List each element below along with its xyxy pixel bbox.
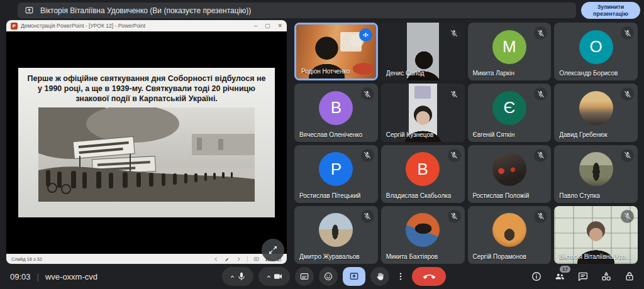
host-controls-button[interactable] [624,271,635,282]
participant-tile[interactable]: Микита Бахтіяров [381,206,465,264]
participant-name: Дмитро Журавальов [299,253,360,260]
end-call-button[interactable] [412,267,446,286]
maximize-icon[interactable]: ▢ [265,23,270,29]
clock: 09:03 [10,272,31,281]
info-divider: | [37,272,39,281]
meeting-utils: 17 [531,264,635,289]
mic-icon [236,271,247,281]
mic-muted-icon [621,149,634,162]
slide-photo [38,107,255,202]
camera-options-chevron-icon[interactable] [265,273,272,280]
presenter-title: Вікторія Віталіївна Удовиченко (Ви (пока… [40,6,251,15]
avatar: В [406,152,440,186]
powerpoint-window-title: Демонстрація PowerPoint - [УРОК 12] - Po… [21,23,251,29]
avatar [492,213,526,247]
camera-icon [273,271,283,281]
participant-tile[interactable]: Є Євгеній Сяткін [468,84,552,141]
reactions-button[interactable] [319,267,338,286]
statusbar-divider [247,256,248,262]
meeting-code: wve-oxxm-cvd [45,272,97,281]
avatar [492,152,526,186]
info-icon [531,271,542,282]
meeting-details-button[interactable] [531,271,542,282]
participant-tile[interactable]: Родіон Нотченко [294,23,378,80]
avatar: О [579,30,613,64]
lock-icon [624,271,635,282]
powerpoint-statusbar: Слайд 16 з 32 [6,254,287,264]
call-controls [222,267,446,286]
previous-slide-icon[interactable] [213,256,219,262]
mic-muted-icon [621,210,634,223]
mic-muted-icon [448,87,461,101]
avatar: Є [492,91,526,125]
participant-name: Микита Бахтіяров [386,253,438,260]
participant-name: Владислав Скабьолка [386,192,452,199]
participants-button[interactable]: 17 [554,271,565,282]
participant-tile[interactable]: Вікторія Віталіївна Удовиченко [554,206,638,264]
more-options-button[interactable] [394,267,407,286]
participant-tile[interactable]: М Микита Ларкін [468,23,552,80]
slideshow-icon[interactable] [253,256,259,262]
participant-tile[interactable]: В Владислав Скабьолка [381,145,465,203]
stop-presentation-button[interactable]: Зупинити презентацію [581,2,640,19]
mic-muted-icon [448,210,461,223]
participant-tile[interactable]: Дмитро Журавальов [294,206,378,264]
chat-button[interactable] [577,271,589,282]
presentation-banner: Вікторія Віталіївна Удовиченко (Ви (пока… [18,3,576,18]
slide-counter: Слайд 16 з 32 [11,256,42,262]
participant-name: Денис Солод [386,70,425,77]
minimize-icon[interactable]: – [254,23,257,29]
hand-icon [375,271,385,281]
participant-tile[interactable]: Сергій Порамонов [468,206,552,264]
participant-name: Вікторія Віталіївна Удовиченко [559,253,633,260]
participant-tile[interactable]: О Олександр Борисов [554,23,638,80]
expand-presentation-button[interactable] [262,239,284,261]
emoji-icon [323,271,333,281]
powerpoint-icon: P [11,23,18,30]
camera-button[interactable] [258,267,290,286]
activities-button[interactable] [601,271,612,282]
participant-tile[interactable]: В Вячеслав Оленіченко [294,84,378,141]
participant-name: Ростислав Положій [473,192,530,199]
mic-muted-icon [361,87,374,101]
avatar [579,91,613,125]
participant-name: Олександр Борисов [559,70,618,77]
captions-icon [299,271,309,281]
participant-name: Микита Ларкін [473,70,515,77]
mic-muted-icon [534,149,547,162]
avatar: М [492,30,526,64]
participant-name: Вячеслав Оленіченко [299,131,362,138]
participant-tile[interactable]: Сергій Кузнецов [381,84,465,141]
avatar: В [319,91,353,125]
shared-screen: P Демонстрація PowerPoint - [УРОК 12] - … [6,20,287,264]
slide: Перше ж офіційне святкування дня Соборно… [18,68,275,217]
participants-grid: Родіон Нотченко Денис Солод М [294,23,638,264]
raise-hand-button[interactable] [370,267,389,286]
participant-tile[interactable]: Павло Ступка [554,145,638,203]
participant-tile[interactable]: Давид Гребенюк [554,84,638,141]
mic-button[interactable] [222,267,253,286]
chat-icon [577,271,589,282]
participant-tile[interactable]: Р Ростислав Пітецький [294,145,378,203]
expand-icon [268,245,278,255]
close-icon[interactable]: ✕ [277,23,282,29]
next-slide-icon[interactable] [236,256,242,262]
mic-muted-icon [361,149,374,162]
participant-tile[interactable]: Денис Солод [381,23,465,80]
participant-name: Євгеній Сяткін [473,131,515,138]
participant-name: Родіон Нотченко [301,68,350,75]
audio-indicator-icon [359,28,372,41]
captions-button[interactable] [295,267,314,286]
mic-muted-icon [621,26,634,40]
bottom-bar: 09:03 | wve-oxxm-cvd [0,264,644,289]
participant-name: Ростислав Пітецький [299,192,360,199]
participant-name: Павло Ступка [559,192,600,199]
slide-area: Перше ж офіційне святкування дня Соборно… [6,31,287,254]
mic-options-chevron-icon[interactable] [229,273,236,280]
present-button[interactable] [343,267,365,286]
participant-name: Сергій Кузнецов [386,131,434,138]
call-end-icon [423,271,435,283]
activities-icon [601,271,612,282]
participant-tile[interactable]: Ростислав Положій [468,145,552,203]
pen-icon[interactable] [225,256,230,262]
